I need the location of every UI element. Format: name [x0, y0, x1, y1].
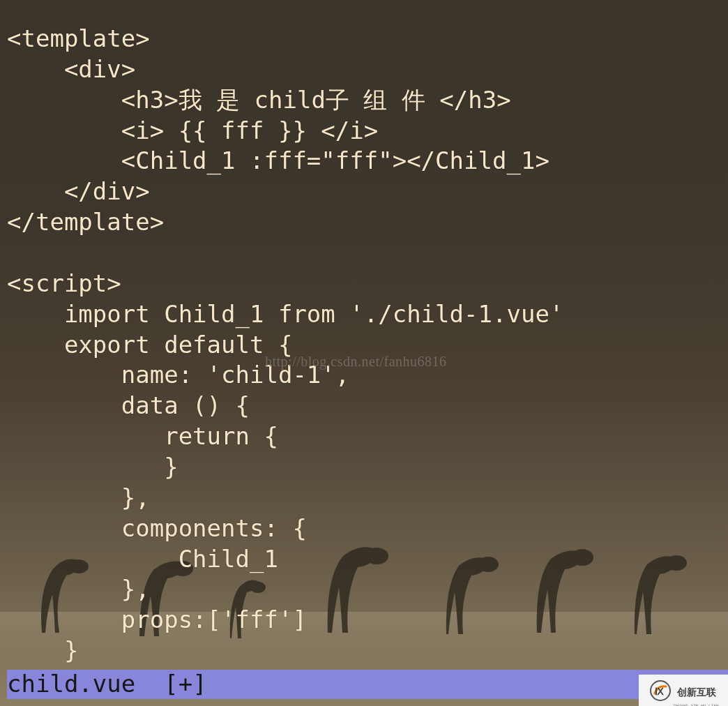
code-line: </div>	[7, 177, 150, 205]
code-line: <i> {{ fff }} </i>	[7, 117, 378, 144]
code-line: import Child_1 from './child-1.vue'	[7, 300, 563, 328]
code-line: <script>	[7, 269, 121, 297]
svg-text:Ⅸ: Ⅸ	[655, 686, 664, 697]
status-filename: child.vue	[7, 669, 135, 700]
code-line: return {	[7, 422, 278, 450]
watermark-url: http://blog.csdn.net/fanhu6816	[265, 353, 447, 371]
code-line: <template>	[7, 24, 150, 52]
status-modified-flag: [+]	[164, 669, 206, 700]
site-logo: Ⅸ 创新互联 CHUANG XIN HU LIAN	[639, 675, 728, 706]
code-line: components: {	[7, 514, 307, 542]
code-line: }	[7, 453, 179, 481]
logo-brand: 创新互联	[677, 686, 716, 698]
code-line: export default {	[7, 331, 292, 359]
logo-subtext: CHUANG XIN HU LIAN	[673, 703, 718, 706]
code-line: },	[7, 575, 150, 603]
status-bar: child.vue [+]	[7, 670, 728, 699]
code-line: <div>	[7, 55, 135, 83]
code-line: props:['fff']	[7, 606, 307, 633]
code-line: data () {	[7, 391, 250, 419]
code-line: }	[7, 636, 78, 664]
code-line: </template>	[7, 208, 164, 236]
code-line: <h3>我 是 child子 组 件 </h3>	[7, 86, 511, 114]
code-line: },	[7, 483, 150, 511]
logo-icon: Ⅸ	[648, 678, 673, 703]
code-line: Child_1	[7, 545, 278, 573]
code-line: <Child_1 :fff="fff"></Child_1>	[7, 147, 549, 174]
